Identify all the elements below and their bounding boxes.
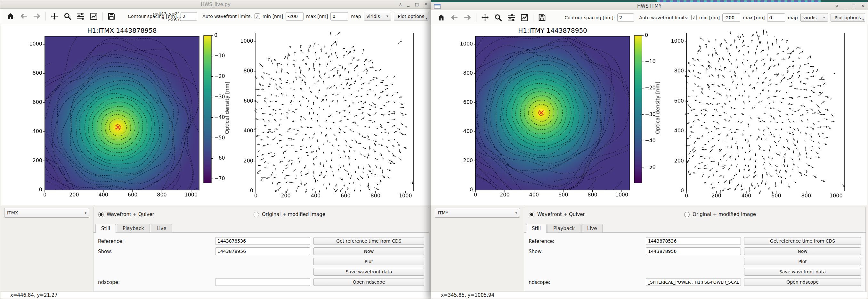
plot-options-button[interactable]: Plot options ▾ bbox=[394, 12, 428, 21]
reference-label: Reference: bbox=[98, 238, 124, 244]
zoom-icon bbox=[63, 12, 72, 21]
still-tab-panel: Reference: Get reference time from CDS S… bbox=[524, 232, 865, 293]
save-wavefront-button[interactable]: Save wavefront data bbox=[744, 268, 861, 276]
reference-input[interactable] bbox=[646, 237, 741, 245]
min-input[interactable] bbox=[286, 12, 304, 21]
tab-playback[interactable]: Playback bbox=[548, 224, 581, 232]
shade-button[interactable]: ∧ bbox=[836, 4, 839, 8]
close-button[interactable]: ✕ bbox=[861, 4, 865, 8]
home-button[interactable] bbox=[6, 12, 15, 21]
shade-button[interactable]: ∧ bbox=[399, 3, 402, 6]
auto-limits-checkbox[interactable]: ✓ bbox=[254, 13, 260, 19]
show-input[interactable] bbox=[215, 247, 310, 255]
tab-live[interactable]: Live bbox=[151, 224, 172, 232]
open-ndscope-button[interactable]: Open ndscope bbox=[313, 278, 424, 286]
subplot-sliders-icon bbox=[507, 13, 516, 22]
zoom-button[interactable] bbox=[63, 12, 72, 21]
forward-button[interactable] bbox=[32, 12, 41, 21]
radio-wavefront-quiver[interactable]: Wavefront + Quiver bbox=[98, 211, 154, 217]
subplot-sliders-icon bbox=[76, 12, 85, 21]
optic-select[interactable]: ITMX ▾ bbox=[4, 208, 89, 218]
wavefront-contour-plot[interactable] bbox=[459, 32, 631, 199]
home-icon bbox=[437, 13, 445, 22]
ndscope-input[interactable] bbox=[215, 278, 310, 286]
get-reference-button[interactable]: Get reference time from CDS bbox=[313, 237, 424, 245]
colormap-select[interactable]: viridis ▾ bbox=[801, 13, 828, 22]
subplots-button[interactable] bbox=[507, 13, 516, 22]
window-buttons: ∧ _ □ ✕ bbox=[836, 2, 865, 10]
chevron-down-icon: ▾ bbox=[515, 211, 517, 215]
save-button[interactable] bbox=[537, 13, 547, 22]
contour-spacing-input[interactable] bbox=[181, 12, 197, 21]
plot-controls: Contour spacing [nm]: Auto wavefront lim… bbox=[128, 12, 428, 21]
toolbar-icons bbox=[6, 12, 116, 21]
control-panel: Wavefront + Quiver Original + modified i… bbox=[93, 207, 429, 294]
minimize-button[interactable]: _ bbox=[844, 4, 846, 8]
max-input[interactable] bbox=[767, 13, 785, 22]
titlebar[interactable]: HWS_live.py bbox=[0, 0, 431, 9]
line-chart-icon bbox=[90, 12, 98, 21]
pan-button[interactable] bbox=[480, 13, 490, 22]
auto-limits-label: Auto wavefront limits: bbox=[639, 15, 688, 20]
radio-original-modified[interactable]: Original + modified image bbox=[684, 211, 756, 217]
chevron-down-icon: ▾ bbox=[386, 14, 389, 18]
get-reference-button[interactable]: Get reference time from CDS bbox=[744, 237, 861, 245]
still-tab-panel: Reference: Get reference time from CDS S… bbox=[93, 232, 429, 293]
min-input[interactable] bbox=[722, 13, 740, 22]
optic-select[interactable]: ITMY ▾ bbox=[435, 208, 520, 218]
back-button[interactable] bbox=[450, 13, 459, 22]
zoom-button[interactable] bbox=[494, 13, 503, 22]
reference-input[interactable] bbox=[215, 237, 310, 245]
forward-arrow-icon bbox=[463, 13, 472, 22]
matplotlib-toolbar: Contour spacing [nm]: Auto wavefront lim… bbox=[431, 10, 868, 24]
quiver-plot[interactable] bbox=[239, 29, 416, 201]
back-arrow-icon bbox=[450, 13, 459, 22]
figure-area: H1:ITMX 1443878958 Optical density [nm] bbox=[1, 24, 431, 205]
radio-wavefront-quiver[interactable]: Wavefront + Quiver bbox=[529, 211, 585, 217]
pan-button[interactable] bbox=[50, 12, 59, 21]
maximize-button[interactable]: □ bbox=[415, 3, 419, 6]
max-input[interactable] bbox=[331, 12, 348, 21]
maximize-button[interactable]: □ bbox=[852, 4, 856, 8]
home-button[interactable] bbox=[437, 13, 446, 22]
contour-spacing-input[interactable] bbox=[617, 13, 634, 22]
minimize-button[interactable]: _ bbox=[407, 3, 409, 6]
back-button[interactable] bbox=[19, 12, 28, 21]
now-button[interactable]: Now bbox=[744, 247, 861, 255]
contour-spacing-label: Contour spacing [nm]: bbox=[564, 15, 615, 20]
quiver-plot[interactable] bbox=[670, 29, 847, 201]
check-icon: ✓ bbox=[692, 15, 696, 20]
tab-live[interactable]: Live bbox=[582, 224, 603, 232]
forward-button[interactable] bbox=[463, 13, 472, 22]
matplotlib-toolbar: x=447. y=21. [-59.7] Contour spacing [nm… bbox=[0, 9, 431, 24]
axes-button[interactable] bbox=[520, 13, 529, 22]
auto-limits-checkbox[interactable]: ✓ bbox=[691, 15, 697, 20]
wavefront-contour-plot[interactable] bbox=[28, 32, 201, 199]
plot-button[interactable]: Plot bbox=[744, 258, 861, 265]
close-button[interactable]: ✕ bbox=[424, 3, 428, 6]
tab-still[interactable]: Still bbox=[95, 224, 116, 233]
now-button[interactable]: Now bbox=[313, 247, 424, 255]
titlebar[interactable]: HWS ITMY bbox=[431, 2, 868, 10]
tab-bar: Still Playback Live bbox=[95, 224, 173, 233]
tab-playback[interactable]: Playback bbox=[117, 224, 150, 232]
axes-button[interactable] bbox=[89, 12, 98, 21]
ndscope-label: ndscope: bbox=[98, 279, 120, 285]
open-ndscope-button[interactable]: Open ndscope bbox=[744, 278, 861, 286]
statusbar: x=345.85, y=1005.94 bbox=[431, 291, 867, 298]
save-button[interactable] bbox=[107, 12, 116, 21]
ndscope-input[interactable] bbox=[646, 278, 741, 286]
tab-still[interactable]: Still bbox=[526, 224, 547, 233]
show-input[interactable] bbox=[646, 247, 741, 255]
plot-button[interactable]: Plot bbox=[313, 258, 424, 265]
chevron-down-icon: ▾ bbox=[823, 16, 825, 20]
plot-controls: Contour spacing [nm]: Auto wavefront lim… bbox=[564, 13, 865, 22]
plot-options-button[interactable]: Plot options ▾ bbox=[831, 13, 865, 22]
toolbar-icons bbox=[437, 13, 547, 22]
statusbar: x=446.84, y=21.27 bbox=[1, 291, 431, 298]
save-wavefront-button[interactable]: Save wavefront data bbox=[313, 268, 424, 276]
colormap-select[interactable]: viridis ▾ bbox=[364, 12, 391, 21]
subplots-button[interactable] bbox=[76, 12, 85, 21]
figure-area: H1:ITMY 1443878950 Optical density [nm] bbox=[431, 24, 867, 205]
radio-original-modified[interactable]: Original + modified image bbox=[254, 211, 325, 217]
